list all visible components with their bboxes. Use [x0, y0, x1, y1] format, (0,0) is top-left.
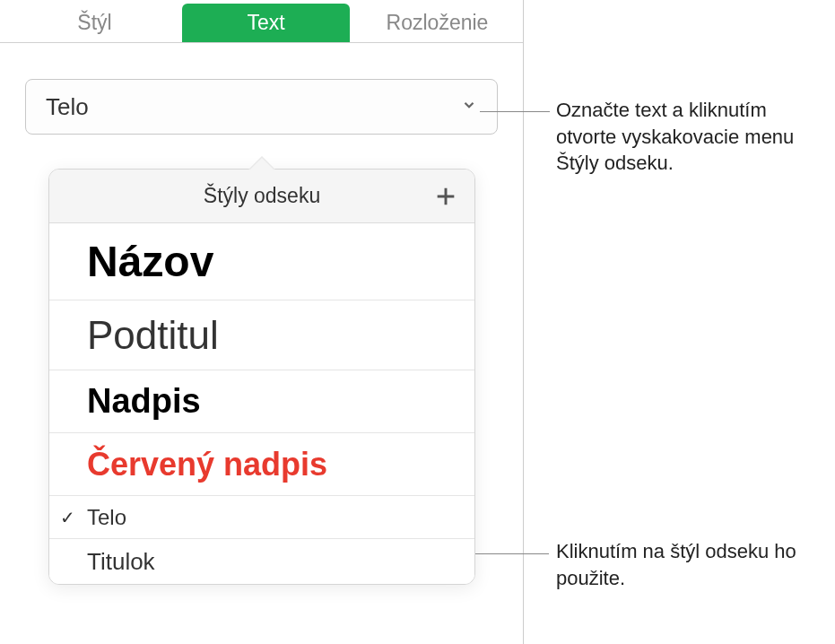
tab-layout[interactable]: Rozloženie: [353, 4, 521, 42]
style-item-cerveny[interactable]: Červený nadpis: [49, 433, 474, 496]
style-item-podtitul[interactable]: Podtitul: [49, 300, 474, 370]
callout-line-2: [475, 553, 549, 554]
tab-text[interactable]: Text: [182, 4, 350, 42]
callout-line-1: [480, 111, 550, 112]
tab-style[interactable]: Štýl: [11, 4, 178, 42]
popover-arrow: [248, 156, 276, 170]
add-style-button[interactable]: [433, 184, 458, 209]
style-item-label: Nadpis: [87, 382, 201, 421]
style-item-titulok[interactable]: Titulok: [49, 539, 474, 584]
style-item-label: Telo: [87, 505, 126, 530]
checkmark-icon: ✓: [60, 507, 75, 528]
plus-icon: [433, 184, 458, 209]
inspector-panel: Štýl Text Rozloženie Telo Štýly odseku: [0, 0, 524, 644]
style-item-nazov[interactable]: Názov: [49, 223, 474, 300]
paragraph-style-dropdown[interactable]: Telo: [25, 79, 498, 135]
popover-body: Štýly odseku NázovPodtitulNadpisČervený …: [48, 169, 475, 585]
callout-dropdown: Označte text a kliknutím otvorte vyskako…: [556, 97, 825, 177]
dropdown-selected-label: Telo: [46, 93, 89, 121]
style-item-nadpis[interactable]: Nadpis: [49, 370, 474, 433]
chevron-down-icon: [461, 97, 477, 117]
style-item-label: Titulok: [87, 548, 155, 576]
style-item-label: Červený nadpis: [87, 446, 327, 483]
popover-title: Štýly odseku: [204, 184, 320, 208]
tab-bar: Štýl Text Rozloženie: [0, 0, 523, 43]
style-list: NázovPodtitulNadpisČervený nadpis✓TeloTi…: [49, 223, 474, 584]
style-item-telo[interactable]: ✓Telo: [49, 496, 474, 539]
callout-apply-style: Kliknutím na štýl odseku ho použite.: [556, 538, 807, 591]
popover-header: Štýly odseku: [49, 170, 474, 223]
content-area: Telo: [0, 43, 523, 135]
style-item-label: Podtitul: [87, 313, 219, 358]
style-item-label: Názov: [87, 237, 213, 286]
paragraph-styles-popover: Štýly odseku NázovPodtitulNadpisČervený …: [48, 169, 475, 585]
